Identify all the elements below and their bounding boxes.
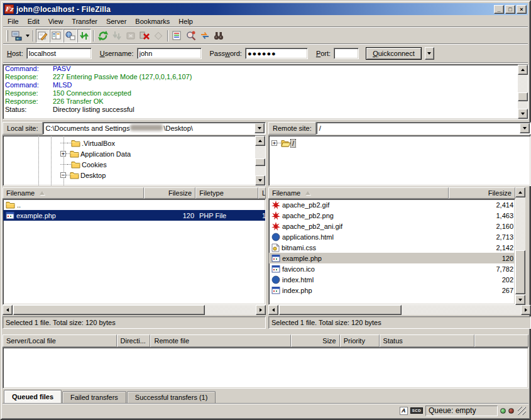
expand-icon[interactable]: + [271, 140, 277, 146]
process-queue-button[interactable] [110, 29, 124, 43]
tree-item-label[interactable]: .VirtualBox [80, 140, 116, 147]
toggle-log-button[interactable] [36, 29, 50, 43]
refresh-button[interactable] [96, 29, 110, 43]
compare-button[interactable] [184, 29, 198, 43]
collapse-icon[interactable]: − [60, 172, 66, 178]
maximize-button[interactable]: □ [505, 5, 515, 14]
scroll-down-button[interactable] [255, 175, 265, 185]
file-row-apache-pb2.png[interactable]: apache_pb2.png1,463 [269, 210, 515, 221]
file-row-example.php[interactable]: example.php120 [269, 253, 515, 263]
menu-item-help[interactable]: Help [174, 16, 197, 26]
column-header-priority[interactable]: Priority [340, 334, 380, 347]
file-row-index.php[interactable]: index.php267 [269, 285, 515, 296]
resize-grip[interactable] [518, 407, 526, 415]
file-row-favicon.ico[interactable]: favicon.ico7,782 [269, 263, 515, 274]
scrollbar-thumb[interactable] [255, 158, 265, 166]
file-row-..[interactable]: .. [3, 199, 265, 210]
host-input[interactable] [26, 48, 92, 59]
remote-site-combobox[interactable]: / [316, 122, 531, 135]
tree-item-label[interactable]: Desktop [79, 172, 107, 179]
scroll-right-button[interactable] [256, 305, 266, 315]
menu-item-edit[interactable]: Edit [23, 16, 44, 26]
menu-item-view[interactable]: View [44, 16, 68, 26]
disconnect-button[interactable] [138, 29, 151, 43]
site-manager-dropdown-button[interactable] [24, 29, 31, 43]
column-header-filesize[interactable]: Filesize [144, 187, 195, 199]
scrollbar-thumb[interactable] [13, 305, 205, 315]
column-header-status[interactable]: Status [380, 334, 475, 347]
scroll-down-button[interactable] [515, 295, 525, 305]
menu-item-transfer[interactable]: Transfer [67, 16, 102, 26]
local-tree-vertical-scrollbar[interactable] [255, 136, 265, 185]
quickconnect-dropdown-button[interactable] [425, 47, 434, 60]
tab-failed-transfers[interactable]: Failed transfers [62, 391, 126, 403]
tab-successful-transfers-1[interactable]: Successful transfers (1) [127, 391, 216, 403]
column-header-blank[interactable] [474, 334, 528, 347]
column-header-l[interactable]: L [258, 187, 266, 199]
column-header-remote-file[interactable]: Remote file [150, 334, 290, 347]
file-row-bitnami.css[interactable]: bitnami.css2,142 [269, 242, 515, 253]
scrollbar-thumb[interactable] [279, 305, 402, 315]
scroll-up-button[interactable] [518, 65, 528, 75]
scroll-down-button[interactable] [518, 109, 528, 119]
menu-item-file[interactable]: File [3, 16, 23, 26]
remote-horizontal-scrollbar[interactable] [268, 305, 531, 315]
tree-item-label[interactable]: Cookies [80, 161, 108, 169]
tree-item-label[interactable]: / [291, 140, 295, 147]
local-site-dropdown-button[interactable] [255, 123, 265, 133]
file-row-applications.html[interactable]: applications.html2,713 [269, 231, 515, 242]
scroll-left-button[interactable] [3, 305, 13, 315]
scrollbar-thumb[interactable] [515, 250, 525, 294]
local-horizontal-scrollbar[interactable] [3, 305, 266, 315]
toggle-local-tree-button[interactable] [50, 29, 63, 43]
file-row-index.html[interactable]: index.html202 [269, 274, 515, 285]
speed-limit-icon[interactable]: SCD [410, 407, 423, 414]
sync-browse-button[interactable] [198, 29, 212, 43]
toggle-queue-button[interactable] [77, 29, 91, 43]
scroll-up-button[interactable] [255, 136, 265, 146]
column-header-server-local-file[interactable]: Server/Local file [3, 334, 117, 347]
column-header-filetype[interactable]: Filetype [195, 187, 258, 199]
menu-item-bookmarks[interactable]: Bookmarks [131, 16, 174, 26]
reconnect-button[interactable] [151, 29, 165, 43]
remote-list-vertical-scrollbar[interactable] [515, 187, 525, 305]
filter-button[interactable] [170, 29, 184, 43]
column-header-filesize[interactable]: Filesize [449, 187, 515, 199]
file-row-apache-pb2.gif[interactable]: apache_pb2.gif2,414 [269, 199, 515, 210]
column-header-size[interactable]: Size [291, 334, 340, 347]
cancel-button[interactable] [124, 29, 138, 43]
tree-item[interactable]: +/ [269, 138, 530, 148]
scroll-up-button[interactable] [515, 187, 525, 197]
scroll-left-button[interactable] [268, 305, 278, 315]
tree-item[interactable]: +Application Data [3, 148, 265, 159]
site-manager-button[interactable] [10, 29, 24, 43]
local-site-combobox[interactable]: C:\Documents and Settings\Desktop\ [43, 122, 266, 135]
file-row-example.php[interactable]: example.php120PHP File1 [3, 210, 265, 221]
tab-queued-files[interactable]: Queued files [4, 390, 62, 403]
tree-item[interactable]: Cookies [3, 159, 265, 170]
toggle-local-tree-icon [51, 30, 62, 41]
file-row-apache-pb2-ani.gif[interactable]: apache_pb2_ani.gif2,160 [269, 221, 515, 231]
scroll-right-button[interactable] [521, 305, 531, 315]
scrollbar-thumb[interactable] [518, 92, 528, 101]
remote-site-path: / [319, 124, 321, 132]
find-button[interactable] [212, 29, 226, 43]
quickconnect-button[interactable]: Quickconnect [366, 47, 422, 60]
data-type-indicator-icon[interactable]: A [400, 407, 408, 415]
minimize-button[interactable]: _ [494, 5, 504, 14]
expand-icon[interactable]: + [60, 151, 66, 157]
column-header-filename[interactable]: Filename [268, 187, 449, 199]
tree-item[interactable]: .VirtualBox [3, 138, 265, 148]
username-input[interactable] [137, 48, 202, 59]
toggle-remote-tree-button[interactable] [63, 29, 77, 43]
menu-item-server[interactable]: Server [102, 16, 131, 26]
column-header-filename[interactable]: Filename [3, 187, 144, 199]
port-input[interactable] [334, 48, 359, 59]
password-input[interactable] [245, 48, 308, 59]
column-header-directi-[interactable]: Directi... [117, 334, 151, 347]
close-button[interactable]: × [517, 5, 527, 14]
remote-site-dropdown-button[interactable] [520, 123, 530, 133]
tree-item[interactable]: −Desktop [3, 170, 265, 180]
tree-item-label[interactable]: Application Data [79, 150, 132, 158]
log-vertical-scrollbar[interactable] [518, 65, 528, 119]
